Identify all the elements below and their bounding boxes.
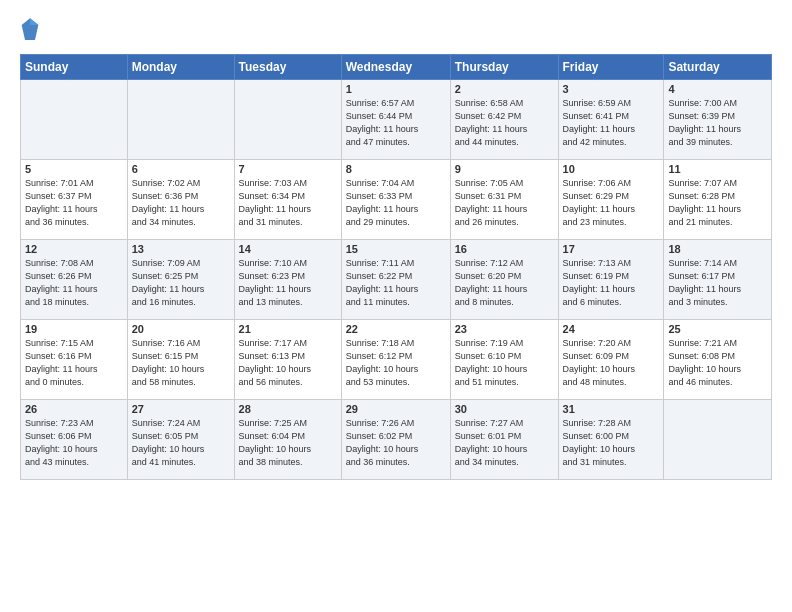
day-number: 1 xyxy=(346,83,446,95)
day-number: 13 xyxy=(132,243,230,255)
calendar-cell: 22Sunrise: 7:18 AM Sunset: 6:12 PM Dayli… xyxy=(341,320,450,400)
day-number: 4 xyxy=(668,83,767,95)
day-info: Sunrise: 7:09 AM Sunset: 6:25 PM Dayligh… xyxy=(132,257,230,309)
day-number: 16 xyxy=(455,243,554,255)
calendar-cell: 25Sunrise: 7:21 AM Sunset: 6:08 PM Dayli… xyxy=(664,320,772,400)
page-container: SundayMondayTuesdayWednesdayThursdayFrid… xyxy=(0,0,792,612)
day-number: 19 xyxy=(25,323,123,335)
calendar-cell: 27Sunrise: 7:24 AM Sunset: 6:05 PM Dayli… xyxy=(127,400,234,480)
calendar-header-row: SundayMondayTuesdayWednesdayThursdayFrid… xyxy=(21,55,772,80)
calendar-cell: 15Sunrise: 7:11 AM Sunset: 6:22 PM Dayli… xyxy=(341,240,450,320)
day-number: 29 xyxy=(346,403,446,415)
day-info: Sunrise: 7:23 AM Sunset: 6:06 PM Dayligh… xyxy=(25,417,123,469)
calendar-week-row: 5Sunrise: 7:01 AM Sunset: 6:37 PM Daylig… xyxy=(21,160,772,240)
calendar-week-row: 12Sunrise: 7:08 AM Sunset: 6:26 PM Dayli… xyxy=(21,240,772,320)
day-number: 20 xyxy=(132,323,230,335)
day-header-wednesday: Wednesday xyxy=(341,55,450,80)
logo xyxy=(20,16,44,44)
day-info: Sunrise: 7:04 AM Sunset: 6:33 PM Dayligh… xyxy=(346,177,446,229)
calendar-cell xyxy=(127,80,234,160)
day-number: 25 xyxy=(668,323,767,335)
day-info: Sunrise: 7:00 AM Sunset: 6:39 PM Dayligh… xyxy=(668,97,767,149)
calendar-cell: 19Sunrise: 7:15 AM Sunset: 6:16 PM Dayli… xyxy=(21,320,128,400)
calendar-cell: 31Sunrise: 7:28 AM Sunset: 6:00 PM Dayli… xyxy=(558,400,664,480)
day-info: Sunrise: 7:21 AM Sunset: 6:08 PM Dayligh… xyxy=(668,337,767,389)
calendar-cell: 14Sunrise: 7:10 AM Sunset: 6:23 PM Dayli… xyxy=(234,240,341,320)
day-header-monday: Monday xyxy=(127,55,234,80)
day-info: Sunrise: 7:02 AM Sunset: 6:36 PM Dayligh… xyxy=(132,177,230,229)
calendar-cell: 18Sunrise: 7:14 AM Sunset: 6:17 PM Dayli… xyxy=(664,240,772,320)
day-info: Sunrise: 6:57 AM Sunset: 6:44 PM Dayligh… xyxy=(346,97,446,149)
day-number: 3 xyxy=(563,83,660,95)
day-number: 30 xyxy=(455,403,554,415)
calendar-cell: 3Sunrise: 6:59 AM Sunset: 6:41 PM Daylig… xyxy=(558,80,664,160)
day-info: Sunrise: 7:11 AM Sunset: 6:22 PM Dayligh… xyxy=(346,257,446,309)
day-info: Sunrise: 7:01 AM Sunset: 6:37 PM Dayligh… xyxy=(25,177,123,229)
day-info: Sunrise: 6:58 AM Sunset: 6:42 PM Dayligh… xyxy=(455,97,554,149)
day-number: 5 xyxy=(25,163,123,175)
day-number: 10 xyxy=(563,163,660,175)
calendar-week-row: 19Sunrise: 7:15 AM Sunset: 6:16 PM Dayli… xyxy=(21,320,772,400)
calendar-cell: 1Sunrise: 6:57 AM Sunset: 6:44 PM Daylig… xyxy=(341,80,450,160)
day-info: Sunrise: 7:05 AM Sunset: 6:31 PM Dayligh… xyxy=(455,177,554,229)
day-info: Sunrise: 7:25 AM Sunset: 6:04 PM Dayligh… xyxy=(239,417,337,469)
calendar-cell xyxy=(664,400,772,480)
calendar-cell: 30Sunrise: 7:27 AM Sunset: 6:01 PM Dayli… xyxy=(450,400,558,480)
day-number: 17 xyxy=(563,243,660,255)
calendar-cell: 13Sunrise: 7:09 AM Sunset: 6:25 PM Dayli… xyxy=(127,240,234,320)
day-number: 2 xyxy=(455,83,554,95)
calendar-cell: 10Sunrise: 7:06 AM Sunset: 6:29 PM Dayli… xyxy=(558,160,664,240)
calendar-cell: 9Sunrise: 7:05 AM Sunset: 6:31 PM Daylig… xyxy=(450,160,558,240)
calendar-cell: 29Sunrise: 7:26 AM Sunset: 6:02 PM Dayli… xyxy=(341,400,450,480)
calendar-cell: 21Sunrise: 7:17 AM Sunset: 6:13 PM Dayli… xyxy=(234,320,341,400)
svg-marker-1 xyxy=(30,18,38,25)
day-info: Sunrise: 7:24 AM Sunset: 6:05 PM Dayligh… xyxy=(132,417,230,469)
day-number: 14 xyxy=(239,243,337,255)
day-number: 21 xyxy=(239,323,337,335)
day-header-friday: Friday xyxy=(558,55,664,80)
day-header-saturday: Saturday xyxy=(664,55,772,80)
calendar-table: SundayMondayTuesdayWednesdayThursdayFrid… xyxy=(20,54,772,480)
day-number: 9 xyxy=(455,163,554,175)
day-number: 24 xyxy=(563,323,660,335)
day-info: Sunrise: 7:18 AM Sunset: 6:12 PM Dayligh… xyxy=(346,337,446,389)
day-number: 6 xyxy=(132,163,230,175)
calendar-cell: 5Sunrise: 7:01 AM Sunset: 6:37 PM Daylig… xyxy=(21,160,128,240)
calendar-cell: 17Sunrise: 7:13 AM Sunset: 6:19 PM Dayli… xyxy=(558,240,664,320)
day-info: Sunrise: 7:13 AM Sunset: 6:19 PM Dayligh… xyxy=(563,257,660,309)
day-number: 18 xyxy=(668,243,767,255)
calendar-cell: 28Sunrise: 7:25 AM Sunset: 6:04 PM Dayli… xyxy=(234,400,341,480)
calendar-cell: 2Sunrise: 6:58 AM Sunset: 6:42 PM Daylig… xyxy=(450,80,558,160)
calendar-cell: 11Sunrise: 7:07 AM Sunset: 6:28 PM Dayli… xyxy=(664,160,772,240)
calendar-cell: 4Sunrise: 7:00 AM Sunset: 6:39 PM Daylig… xyxy=(664,80,772,160)
calendar-cell xyxy=(234,80,341,160)
day-info: Sunrise: 7:07 AM Sunset: 6:28 PM Dayligh… xyxy=(668,177,767,229)
day-number: 27 xyxy=(132,403,230,415)
calendar-cell xyxy=(21,80,128,160)
day-number: 12 xyxy=(25,243,123,255)
calendar-cell: 6Sunrise: 7:02 AM Sunset: 6:36 PM Daylig… xyxy=(127,160,234,240)
calendar-cell: 23Sunrise: 7:19 AM Sunset: 6:10 PM Dayli… xyxy=(450,320,558,400)
day-number: 7 xyxy=(239,163,337,175)
day-number: 11 xyxy=(668,163,767,175)
day-info: Sunrise: 7:19 AM Sunset: 6:10 PM Dayligh… xyxy=(455,337,554,389)
day-number: 15 xyxy=(346,243,446,255)
day-info: Sunrise: 7:14 AM Sunset: 6:17 PM Dayligh… xyxy=(668,257,767,309)
calendar-cell: 24Sunrise: 7:20 AM Sunset: 6:09 PM Dayli… xyxy=(558,320,664,400)
day-info: Sunrise: 7:03 AM Sunset: 6:34 PM Dayligh… xyxy=(239,177,337,229)
day-number: 28 xyxy=(239,403,337,415)
day-info: Sunrise: 7:12 AM Sunset: 6:20 PM Dayligh… xyxy=(455,257,554,309)
day-number: 31 xyxy=(563,403,660,415)
day-info: Sunrise: 7:28 AM Sunset: 6:00 PM Dayligh… xyxy=(563,417,660,469)
day-info: Sunrise: 7:20 AM Sunset: 6:09 PM Dayligh… xyxy=(563,337,660,389)
day-header-sunday: Sunday xyxy=(21,55,128,80)
calendar-week-row: 26Sunrise: 7:23 AM Sunset: 6:06 PM Dayli… xyxy=(21,400,772,480)
day-info: Sunrise: 7:10 AM Sunset: 6:23 PM Dayligh… xyxy=(239,257,337,309)
calendar-cell: 20Sunrise: 7:16 AM Sunset: 6:15 PM Dayli… xyxy=(127,320,234,400)
day-info: Sunrise: 7:16 AM Sunset: 6:15 PM Dayligh… xyxy=(132,337,230,389)
day-info: Sunrise: 7:17 AM Sunset: 6:13 PM Dayligh… xyxy=(239,337,337,389)
day-header-thursday: Thursday xyxy=(450,55,558,80)
day-info: Sunrise: 7:27 AM Sunset: 6:01 PM Dayligh… xyxy=(455,417,554,469)
day-number: 22 xyxy=(346,323,446,335)
day-number: 8 xyxy=(346,163,446,175)
